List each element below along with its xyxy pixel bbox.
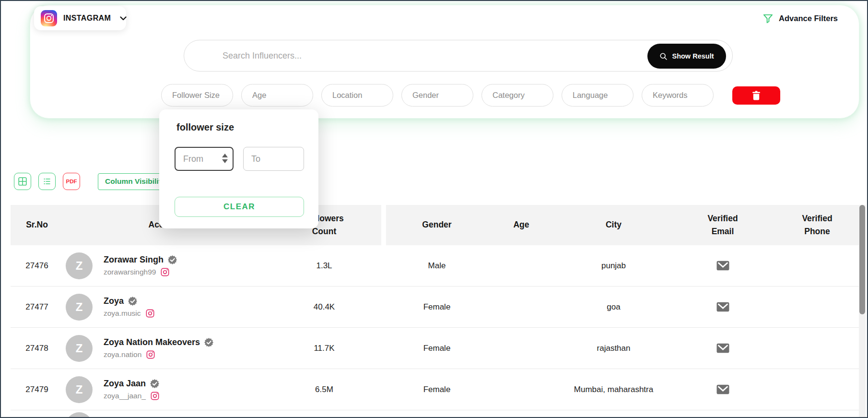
verified-email-cell	[672, 328, 773, 369]
verified-email-cell	[672, 245, 773, 286]
chevron-down-icon	[120, 16, 127, 21]
table-row[interactable]: 27479 Z Zoya Jaan zoya__jaan_	[11, 369, 861, 410]
verified-email-cell	[672, 369, 773, 410]
instagram-icon	[41, 10, 57, 26]
avatar: Z	[66, 376, 93, 403]
avatar: Z	[66, 412, 93, 418]
followers-cell: 40.4K	[267, 287, 381, 327]
gender-cell: Female	[386, 287, 488, 327]
show-result-button[interactable]: Show Result	[647, 44, 726, 69]
header-age: Age	[488, 205, 555, 245]
age-cell	[488, 245, 555, 286]
influencer-name: Zorawar Singh	[104, 255, 164, 265]
account-cell: Z Zoya Nation Makeovers zoya.nation	[63, 328, 267, 369]
email-icon[interactable]	[716, 302, 729, 312]
filter-pill-row: Follower Size Age Location Gender Catego…	[161, 84, 780, 107]
gender-cell: Female	[386, 369, 488, 410]
scrollbar-thumb[interactable]	[859, 205, 865, 314]
instagram-profile-icon[interactable]	[161, 268, 169, 276]
city-cell: goa	[555, 287, 672, 327]
verified-phone-cell	[773, 369, 861, 410]
table-row[interactable]: 27478 Z Zoya Nation Makeovers zoya.natio…	[11, 328, 861, 369]
filter-pill-location[interactable]: Location	[321, 84, 393, 107]
gender-cell: Male	[386, 245, 488, 286]
followers-cell: 1.3L	[267, 245, 381, 286]
verified-badge-icon	[204, 338, 213, 347]
avatar: Z	[66, 335, 93, 362]
column-divider	[381, 328, 386, 369]
sr-no-cell: 27478	[11, 328, 63, 369]
sr-no-cell: 27479	[11, 369, 63, 410]
avatar: Z	[66, 252, 93, 279]
instagram-profile-icon[interactable]	[146, 350, 155, 359]
number-stepper-icon[interactable]	[222, 154, 228, 163]
popover-title: follower size	[176, 122, 234, 133]
pdf-export-button[interactable]: PDF	[63, 173, 80, 190]
filter-card: INSTAGRAM Advance Filters	[30, 5, 859, 119]
results-table: Sr.No Account Followers Count Gender Age…	[11, 205, 861, 418]
search-bar: Show Result	[184, 40, 733, 72]
clear-all-filters-button[interactable]	[732, 86, 780, 105]
influencer-search-page: INSTAGRAM Advance Filters	[0, 0, 868, 418]
followers-cell: 6.5M	[267, 369, 381, 410]
verified-badge-icon	[150, 379, 159, 388]
gender-cell: Female	[386, 328, 488, 369]
advance-filters-label: Advance Filters	[779, 14, 838, 23]
pdf-icon: PDF	[66, 179, 77, 184]
column-divider	[381, 205, 386, 245]
email-icon[interactable]	[716, 384, 729, 394]
grid-view-button[interactable]	[14, 173, 31, 190]
filter-pill-language[interactable]: Language	[562, 84, 633, 107]
follower-size-popover: follower size CLEAR	[159, 109, 318, 228]
city-cell: Mumbai, maharashtra	[555, 369, 672, 410]
show-result-label: Show Result	[672, 52, 714, 60]
verified-phone-cell	[773, 328, 861, 369]
sr-no-cell: 27477	[11, 287, 63, 327]
table-header: Sr.No Account Followers Count Gender Age…	[11, 205, 861, 245]
column-divider	[381, 369, 386, 410]
age-cell	[488, 369, 555, 410]
city-cell: punjab	[555, 245, 672, 286]
table-scrollbar[interactable]	[859, 205, 866, 417]
email-icon[interactable]	[716, 261, 729, 271]
follower-to-input[interactable]	[243, 147, 304, 171]
influencer-name: Zoya	[104, 296, 124, 306]
followers-cell: 11.7K	[267, 328, 381, 369]
header-verified-phone: Verified Phone	[773, 205, 861, 245]
filter-pill-follower-size[interactable]: Follower Size	[161, 84, 233, 107]
email-icon[interactable]	[716, 343, 729, 353]
influencer-username: zoya.music	[104, 309, 141, 318]
list-view-button[interactable]	[38, 173, 56, 190]
verified-badge-icon	[128, 297, 137, 306]
table-row[interactable]: 27477 Z Zoya zoya.music	[11, 287, 861, 328]
filter-pill-age[interactable]: Age	[241, 84, 313, 107]
filter-pill-gender[interactable]: Gender	[401, 84, 473, 107]
verified-phone-cell	[773, 287, 861, 327]
verified-email-cell	[672, 287, 773, 327]
age-cell	[488, 328, 555, 369]
table-row[interactable]: 27476 Z Zorawar Singh zorawarsingh99	[11, 245, 861, 287]
influencer-name: Zoya Jaan	[104, 379, 146, 389]
header-sr-no: Sr.No	[11, 205, 63, 245]
avatar: Z	[66, 294, 93, 321]
account-cell: Z Zoya Jaan zoya__jaan_	[63, 369, 267, 410]
influencer-username: zoya__jaan_	[104, 392, 146, 400]
influencer-name: Zoya Nation Makeovers	[104, 337, 200, 347]
instagram-profile-icon[interactable]	[151, 392, 159, 400]
trash-icon	[752, 91, 761, 100]
instagram-profile-icon[interactable]	[146, 309, 154, 318]
filter-pill-keywords[interactable]: Keywords	[642, 84, 714, 107]
column-divider	[381, 245, 386, 286]
column-divider	[381, 287, 386, 327]
filter-pill-category[interactable]: Category	[481, 84, 553, 107]
influencer-username: zorawarsingh99	[104, 268, 156, 276]
header-city: City	[555, 205, 672, 245]
platform-label: INSTAGRAM	[63, 14, 111, 23]
platform-selector[interactable]: INSTAGRAM	[34, 6, 126, 30]
table-row-partial: Z	[11, 410, 861, 418]
advance-filters-button[interactable]: Advance Filters	[762, 13, 838, 24]
account-cell: Z Zorawar Singh zorawarsingh99	[63, 245, 267, 286]
clear-button[interactable]: CLEAR	[175, 197, 304, 217]
account-cell: Z Zoya zoya.music	[63, 287, 267, 327]
grid-icon	[17, 176, 28, 187]
